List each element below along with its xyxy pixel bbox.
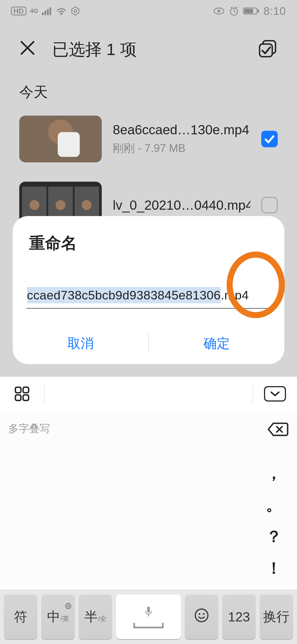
hd-badge: HD	[11, 7, 26, 15]
punct-key[interactable]: ，	[263, 463, 285, 484]
svg-rect-15	[244, 9, 253, 13]
battery-icon	[243, 7, 260, 15]
file-name: 8ea6ccaed…130e.mp4	[113, 122, 250, 137]
svg-point-8	[218, 10, 220, 12]
wifi-icon	[56, 7, 67, 15]
checkbox-checked-icon[interactable]	[261, 131, 278, 147]
symbol-key[interactable]: 符	[4, 594, 37, 639]
svg-point-34	[199, 613, 200, 615]
svg-rect-0	[42, 12, 44, 15]
svg-point-6	[74, 10, 77, 12]
svg-point-4	[60, 13, 62, 15]
svg-rect-23	[23, 387, 29, 393]
width-key[interactable]: 半/全	[79, 594, 112, 639]
cancel-button[interactable]: 取消	[13, 335, 148, 352]
section-today: 今天	[19, 83, 48, 102]
language-key[interactable]: 中/英	[41, 594, 75, 639]
hex-icon	[71, 6, 80, 16]
selected-text[interactable]: ccaed738c5bcb9d9383845e81306	[27, 287, 221, 303]
checkbox-unchecked-icon[interactable]	[261, 197, 278, 213]
eye-icon	[213, 7, 225, 15]
smile-icon	[194, 608, 209, 626]
punct-key[interactable]: ？	[263, 526, 285, 547]
file-meta: 刚刚 - 7.97 MB	[113, 141, 250, 156]
file-row[interactable]: 8ea6ccaed…130e.mp4 刚刚 - 7.97 MB	[19, 116, 278, 162]
svg-rect-24	[15, 395, 21, 400]
rename-dialog: 重命名 ccaed738c5bcb9d9383845e81306.mp4 取消 …	[13, 216, 284, 364]
svg-rect-3	[50, 7, 51, 15]
apps-grid-icon[interactable]	[0, 386, 44, 402]
svg-point-35	[203, 613, 205, 615]
file-ext: .mp4	[221, 288, 249, 302]
status-bar: HD 4G 8:10	[0, 0, 297, 22]
svg-line-12	[231, 7, 232, 8]
dialog-title: 重命名	[29, 233, 271, 254]
svg-rect-20	[260, 44, 272, 57]
handwriting-hint: 多字叠写	[8, 422, 50, 436]
svg-rect-1	[45, 11, 46, 15]
svg-line-11	[234, 12, 236, 12]
file-name: lv_0_20210…0440.mp4	[113, 198, 250, 213]
svg-rect-2	[47, 9, 49, 15]
app-header: 已选择 1 项	[0, 30, 297, 69]
alarm-icon	[229, 6, 239, 16]
punct-key[interactable]: ！	[263, 558, 285, 579]
select-all-icon[interactable]	[258, 39, 278, 60]
network-4g-label: 4G	[30, 7, 38, 15]
svg-rect-22	[15, 387, 21, 393]
enter-key[interactable]: 换行	[260, 594, 293, 639]
mic-icon	[144, 605, 153, 621]
svg-line-13	[236, 7, 237, 8]
svg-rect-31	[147, 607, 150, 613]
clock-time: 8:10	[263, 5, 286, 17]
svg-point-33	[195, 609, 208, 622]
rename-input[interactable]: ccaed738c5bcb9d9383845e81306.mp4	[26, 284, 271, 309]
backspace-icon[interactable]	[267, 422, 289, 438]
signal-icon	[42, 7, 52, 15]
keyboard-toolbar	[0, 376, 297, 411]
numeric-key[interactable]: 123	[222, 594, 256, 639]
punct-key[interactable]: 。	[263, 494, 285, 516]
emoji-key[interactable]	[185, 594, 218, 639]
space-bar-icon	[133, 623, 164, 628]
collapse-keyboard-icon[interactable]	[253, 386, 297, 402]
globe-icon	[65, 597, 72, 612]
ok-button[interactable]: 确定	[149, 335, 284, 352]
close-icon[interactable]	[19, 39, 36, 61]
page-title: 已选择 1 项	[52, 39, 258, 61]
handwriting-area[interactable]: 多字叠写 ， 。 ？ ！	[0, 411, 297, 590]
keyboard-bottom-row: 符 中/英 半/全 123 换行	[0, 590, 297, 644]
svg-rect-25	[23, 395, 29, 400]
space-voice-key[interactable]	[116, 594, 181, 639]
video-thumbnail[interactable]	[19, 116, 102, 162]
svg-marker-5	[72, 7, 79, 15]
svg-rect-16	[258, 10, 259, 12]
